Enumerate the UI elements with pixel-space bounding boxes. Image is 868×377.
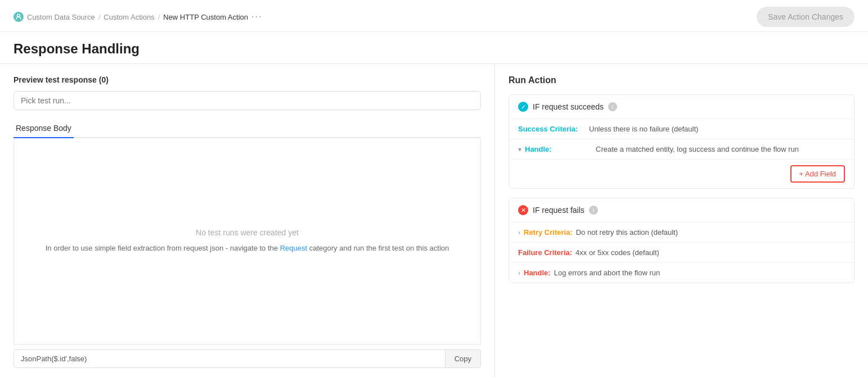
datasource-icon [14, 12, 24, 22]
fail-section-card: ✕ IF request fails i › Retry Criteria: D… [509, 198, 854, 283]
jsonpath-bar: Copy [14, 349, 481, 368]
test-run-input[interactable] [14, 91, 481, 110]
run-action-title: Run Action [509, 75, 854, 85]
failure-criteria-row: Failure Criteria: 4xx or 5xx codes (defa… [509, 242, 854, 262]
left-panel: Preview test response (0) Response Body … [0, 64, 495, 377]
add-field-button[interactable]: + Add Field [790, 165, 845, 183]
handle-fail-label: Handle: [524, 269, 551, 277]
tab-response-body[interactable]: Response Body [14, 119, 74, 138]
retry-criteria-label: Retry Criteria: [524, 228, 573, 237]
handle-fail-value: Log errors and abort the flow run [554, 269, 660, 277]
retry-criteria-value: Do not retry this action (default) [576, 228, 678, 237]
main-content: Preview test response (0) Response Body … [0, 64, 868, 377]
top-bar: Custom Data Source / Custom Actions / Ne… [0, 0, 868, 32]
page-title: Response Handling [14, 41, 854, 57]
success-criteria-value: Unless there is no failure (default) [589, 125, 698, 133]
preview-header: Preview test response (0) [14, 75, 481, 84]
success-info-icon[interactable]: i [608, 102, 617, 111]
success-section-header: ✓ IF request succeeds i [509, 95, 854, 119]
success-header-label: IF request succeeds [533, 102, 604, 111]
right-panel: Run Action ✓ IF request succeeds i Succe… [495, 64, 868, 377]
breadcrumb-sep-1: / [98, 13, 101, 21]
success-section-card: ✓ IF request succeeds i Success Criteria… [509, 94, 854, 189]
handle-success-label: Handle: [525, 145, 592, 153]
request-link[interactable]: Request [280, 244, 307, 252]
response-body-area: No test runs were created yet In order t… [14, 138, 481, 345]
handle-fail-row: › Handle: Log errors and abort the flow … [509, 262, 854, 283]
handle-success-value: Create a matched entity, log success and… [596, 145, 799, 153]
success-status-icon: ✓ [518, 102, 528, 112]
save-action-button[interactable]: Save Action Changes [757, 7, 854, 27]
add-field-row: + Add Field [509, 159, 854, 188]
page-header: Response Handling [0, 32, 868, 64]
empty-state-desc: In order to use simple field extraction … [46, 243, 449, 255]
tab-bar: Response Body [14, 119, 481, 138]
breadcrumb-link-datasource[interactable]: Custom Data Source [27, 13, 95, 21]
handle-chevron-icon[interactable]: ▾ [518, 146, 521, 153]
handle-fail-chevron-icon[interactable]: › [518, 269, 520, 277]
jsonpath-input[interactable] [14, 350, 445, 367]
breadcrumb-link-actions[interactable]: Custom Actions [104, 13, 154, 21]
retry-chevron-icon[interactable]: › [518, 229, 520, 237]
breadcrumb: Custom Data Source / Custom Actions / Ne… [14, 12, 262, 22]
breadcrumb-more-icon[interactable]: ··· [251, 12, 262, 22]
breadcrumb-current: New HTTP Custom Action [163, 13, 248, 21]
failure-criteria-value: 4xx or 5xx codes (default) [575, 248, 659, 257]
handle-success-row: ▾ Handle: Create a matched entity, log s… [509, 139, 854, 159]
retry-criteria-row: › Retry Criteria: Do not retry this acti… [509, 222, 854, 242]
empty-state-title: No test runs were created yet [196, 228, 299, 237]
breadcrumb-sep-2: / [158, 13, 160, 21]
fail-status-icon: ✕ [518, 205, 528, 215]
fail-info-icon[interactable]: i [589, 206, 598, 215]
success-criteria-label: Success Criteria: [518, 125, 586, 133]
copy-button[interactable]: Copy [445, 350, 480, 367]
failure-criteria-label: Failure Criteria: [518, 248, 572, 257]
fail-header-label: IF request fails [533, 206, 584, 215]
fail-section-header: ✕ IF request fails i [509, 198, 854, 222]
success-criteria-row: Success Criteria: Unless there is no fai… [509, 119, 854, 139]
